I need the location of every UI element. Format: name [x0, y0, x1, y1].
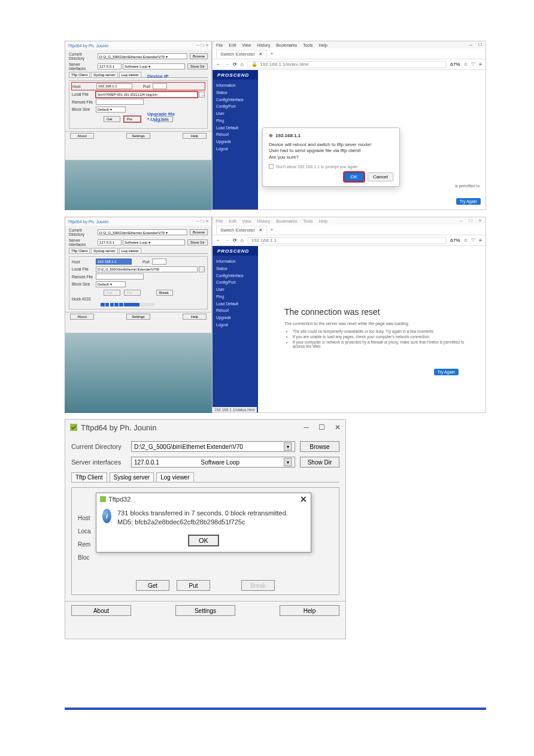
sidebar-item-user[interactable]: User	[215, 110, 256, 117]
menu-file-2[interactable]: File	[216, 219, 223, 223]
menu-bookmarks[interactable]: Bookmarks	[276, 43, 297, 47]
try-again-button-2[interactable]: Try Again	[434, 369, 459, 375]
tab-client-2[interactable]: Tftp Client	[69, 248, 90, 253]
window-controls-2[interactable]: ─ ☐ ✕	[196, 219, 209, 224]
browser-menubar[interactable]: File Edit View History Bookmarks Tools H…	[213, 41, 486, 48]
about-button[interactable]: About	[70, 133, 94, 139]
sb2-user[interactable]: User	[215, 286, 256, 293]
sb2-cfgport[interactable]: Config/Port	[215, 279, 256, 286]
menu-help-2[interactable]: Help	[319, 219, 327, 223]
menu-bookmarks-2[interactable]: Bookmarks	[276, 219, 297, 223]
sidebar-item-reboot[interactable]: Reboot	[215, 131, 256, 138]
tab-logviewer-2[interactable]: Log viewer	[119, 248, 141, 253]
win-min-icon[interactable]: ─	[469, 43, 472, 47]
port-input[interactable]	[153, 83, 167, 89]
curdir-input[interactable]: D:\2_G_500G\bin\Ethernet Extender\V70 ▾	[98, 53, 187, 59]
sb2-upgrade[interactable]: Upgrade	[215, 314, 256, 321]
menu-edit-2[interactable]: Edit	[229, 219, 236, 223]
help-button[interactable]: Help	[183, 133, 207, 139]
win-min-icon-2[interactable]: ─	[460, 219, 463, 223]
curdir-input-2[interactable]: D:\2_G_500G\bin\Ethernet Extender\V70 ▾	[98, 229, 187, 235]
put-button[interactable]: Put	[124, 116, 141, 122]
dlg-ok-button[interactable]: OK	[189, 535, 219, 546]
settings-button-2[interactable]: Settings	[126, 314, 150, 320]
localfile-input[interactable]: \bin\V700EP-001-191-20211124-Upg.bin	[96, 92, 198, 98]
serverif-input-2[interactable]: 127.0.0.1	[98, 239, 122, 245]
host-input-2[interactable]: 192.168.1.1	[96, 259, 132, 265]
sidebar-item-logout[interactable]: Logout	[215, 145, 256, 153]
win-close-icon-3[interactable]: ✕	[335, 423, 341, 432]
showdir-button-2[interactable]: Show Dir	[187, 239, 208, 245]
menu-icon[interactable]: ≡	[479, 62, 482, 67]
get-button-3[interactable]: Get	[136, 580, 169, 591]
nav-home-icon[interactable]: ⌂	[241, 62, 244, 67]
dropdown-icon[interactable]: ▾	[284, 442, 292, 451]
win-close-icon-2[interactable]: ✕	[478, 218, 482, 223]
star-icon[interactable]: ☆	[463, 62, 468, 67]
get-button[interactable]: Get	[104, 116, 120, 122]
host-input[interactable]: 192.168.1.1	[96, 83, 132, 89]
try-again-button[interactable]: Try Again	[456, 198, 481, 205]
menu-help[interactable]: Help	[319, 43, 327, 47]
remotefile-input-2[interactable]	[96, 274, 144, 280]
sidebar-item-ping[interactable]: Ping	[215, 117, 256, 125]
sb2-ping[interactable]: Ping	[215, 293, 256, 300]
settings-button-3[interactable]: Settings	[175, 605, 235, 616]
tab-syslog[interactable]: Syslog server	[91, 72, 117, 77]
serverif-type[interactable]: Software Loop ▾	[123, 63, 185, 69]
browse-button-2[interactable]: Browse	[190, 229, 208, 235]
tab-client[interactable]: Tftp Client	[69, 72, 90, 77]
help-button-3[interactable]: Help	[280, 605, 339, 616]
sidebar-item-cfgport[interactable]: Config/Port	[215, 103, 256, 110]
sb2-status[interactable]: Status	[215, 265, 256, 272]
localfile-browse[interactable]: …	[199, 92, 205, 98]
nav-back-icon[interactable]: ←	[216, 62, 221, 67]
browser-tab[interactable]: Switch Extender ✕	[216, 50, 267, 58]
window-controls[interactable]: ─ ☐ ✕	[196, 43, 209, 48]
sb2-loaddef[interactable]: Load Default	[215, 300, 256, 308]
showdir-button-3[interactable]: Show Dir	[300, 457, 339, 467]
serverif-type-2[interactable]: Software Loop ▾	[123, 239, 185, 245]
nav-fwd-icon[interactable]: →	[224, 62, 229, 67]
serverif-input-3[interactable]: 127.0.0.1Software Loop▾	[131, 457, 295, 467]
star-icon-2[interactable]: ☆	[463, 238, 468, 243]
browser-tab-2[interactable]: Switch Extender ✕	[216, 226, 267, 234]
menu-view[interactable]: View	[242, 43, 251, 47]
url-input[interactable]: 🔒 192.168.1.1/index.html	[247, 61, 447, 68]
menu-view-2[interactable]: View	[242, 219, 251, 223]
blocksize-input-2[interactable]: Default ▾	[96, 281, 126, 287]
browser-menubar-2[interactable]: File Edit View History Bookmarks Tools H…	[213, 217, 486, 224]
tab-syslog-2[interactable]: Syslog server	[91, 248, 117, 253]
browse-button[interactable]: Browse	[190, 53, 208, 59]
about-button-3[interactable]: About	[71, 605, 131, 616]
tab-client-3[interactable]: Tftp Client	[71, 472, 107, 482]
sb2-cfgif[interactable]: Config/Interface	[215, 272, 256, 280]
localfile-browse-2[interactable]: …	[199, 266, 205, 272]
pocket-icon[interactable]: ♡	[471, 62, 475, 67]
nav-reload-icon-2[interactable]: ⟳	[233, 238, 237, 243]
win-max-icon-2[interactable]: ☐	[469, 218, 472, 223]
put-button-3[interactable]: Put	[177, 580, 210, 591]
tab-logviewer[interactable]: Log viewer	[119, 72, 141, 77]
dont-allow-checkbox[interactable]	[269, 164, 274, 169]
win-max-icon[interactable]: ☐	[478, 42, 482, 47]
menu-history-2[interactable]: History	[257, 219, 270, 223]
menu-edit[interactable]: Edit	[229, 43, 236, 47]
dropdown-icon-2[interactable]: ▾	[284, 458, 292, 466]
blocksize-input[interactable]: Default ▾	[96, 107, 126, 113]
menu-history[interactable]: History	[257, 43, 270, 47]
sb2-logout[interactable]: Logout	[215, 321, 256, 329]
menu-tools-2[interactable]: Tools	[303, 219, 312, 223]
menu-file[interactable]: File	[216, 43, 223, 47]
curdir-input-3[interactable]: D:\2_G_500G\bin\Ethernet Extender\V70▾	[131, 441, 295, 452]
tab-add-icon[interactable]: ＋	[269, 50, 274, 57]
serverif-input[interactable]: 127.0.0.1	[98, 63, 122, 69]
sb2-info[interactable]: Information	[215, 258, 256, 265]
break-button-2[interactable]: Break	[156, 290, 173, 296]
about-button-2[interactable]: About	[70, 314, 94, 320]
dialog-ok-button[interactable]: OK	[344, 172, 365, 181]
dialog-cancel-button[interactable]: Cancel	[368, 172, 393, 181]
nav-fwd-icon-2[interactable]: →	[224, 238, 229, 243]
tab-syslog-3[interactable]: Syslog server	[110, 472, 154, 482]
sidebar-item-loaddef[interactable]: Load Default	[215, 125, 256, 132]
